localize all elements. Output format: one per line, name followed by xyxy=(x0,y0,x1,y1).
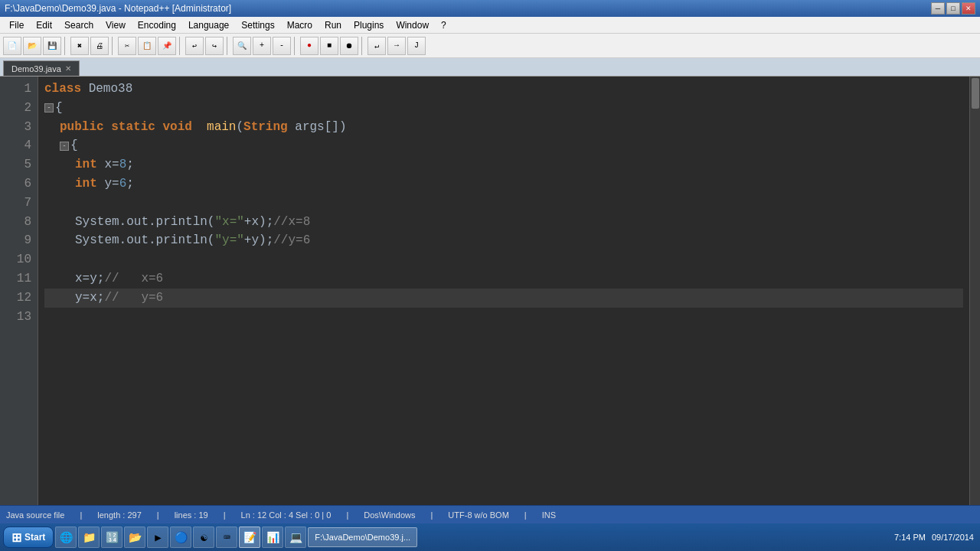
code-line-4: -{ xyxy=(44,136,963,155)
menu-file[interactable]: File xyxy=(3,18,30,32)
taskbar-calculator-icon[interactable]: 🔢 xyxy=(101,527,122,548)
status-sep-5: | xyxy=(430,510,433,520)
menu-plugins[interactable]: Plugins xyxy=(348,18,390,32)
print-button[interactable]: 🖨 xyxy=(90,37,109,55)
maximize-button[interactable]: □ xyxy=(946,2,960,15)
undo-button[interactable]: ↩ xyxy=(185,37,204,55)
macro-record-button[interactable]: ⏺ xyxy=(340,37,358,55)
status-encoding: UTF-8 w/o BOM xyxy=(448,510,508,520)
line-num-8: 8 xyxy=(3,213,31,232)
system-tray: 7:14 PM 09/17/2014 xyxy=(894,533,977,542)
number-8: 8 xyxy=(119,155,127,174)
line-num-13: 13 xyxy=(3,308,31,327)
string-y: "y=" xyxy=(214,231,243,250)
code-line-9: System.out.println("y="+y);//y=6 xyxy=(44,231,963,250)
line-num-11: 11 xyxy=(3,269,31,289)
fold-marker-2[interactable]: - xyxy=(44,103,54,112)
window-controls: ─ □ ✕ xyxy=(931,2,975,15)
status-sep-2: | xyxy=(157,510,159,520)
code-area[interactable]: class Demo38 -{ public static void main(… xyxy=(38,77,969,505)
save-file-button[interactable]: 💾 xyxy=(43,37,61,55)
editor-container: 1 2 3 4 5 6 7 8 9 10 11 12 13 class Demo… xyxy=(0,77,980,505)
line-num-6: 6 xyxy=(3,174,31,194)
status-filetype: Java source file xyxy=(6,510,64,520)
menu-search[interactable]: Search xyxy=(58,18,100,32)
code-line-2: -{ xyxy=(44,99,963,118)
comment-x8: //x=8 xyxy=(273,213,310,232)
start-button[interactable]: ⊞ Start xyxy=(3,527,54,548)
zoom-out-button[interactable]: - xyxy=(273,37,291,55)
toolbar-separator-4 xyxy=(227,37,230,55)
toolbar: 📄 📂 💾 ✖ 🖨 ✂ 📋 📌 ↩ ↪ 🔍 + - ● ■ ⏺ ↵ → J xyxy=(0,34,980,58)
line-num-5: 5 xyxy=(3,155,31,174)
stop-button[interactable]: ■ xyxy=(320,37,338,55)
taskbar-ie-icon[interactable]: 🌐 xyxy=(55,527,77,548)
taskbar-explorer-icon[interactable]: 📂 xyxy=(124,527,145,548)
taskbar-notepad-task[interactable]: F:\JavaDemo\Demo39.j... xyxy=(308,527,417,547)
system-out-8: System.out.println( xyxy=(75,213,214,232)
lang-button[interactable]: J xyxy=(407,37,426,55)
editor-tab[interactable]: Demo39.java ✕ xyxy=(3,60,80,76)
tab-filename: Demo39.java xyxy=(11,64,61,73)
code-line-5: int x=8; xyxy=(44,155,963,174)
taskbar-terminal-icon[interactable]: ⌨ xyxy=(216,527,237,548)
line-num-7: 7 xyxy=(3,194,31,213)
scrollbar-thumb[interactable] xyxy=(972,78,979,109)
fold-marker-4[interactable]: - xyxy=(60,142,69,151)
menu-view[interactable]: View xyxy=(100,18,132,32)
minimize-button[interactable]: ─ xyxy=(931,2,945,15)
line-numbers-gutter: 1 2 3 4 5 6 7 8 9 10 11 12 13 xyxy=(0,77,38,505)
window-title: F:\JavaDemo\Demo39.java - Notepad++ [Adm… xyxy=(5,3,231,14)
code-line-1: class Demo38 xyxy=(44,80,963,99)
number-6: 6 xyxy=(119,174,127,194)
status-lines: lines : 19 xyxy=(175,510,208,520)
taskbar-cmd-icon[interactable]: 💻 xyxy=(285,527,306,548)
taskbar-player-icon[interactable]: ▶ xyxy=(147,527,168,548)
menu-macro[interactable]: Macro xyxy=(281,18,318,32)
vertical-scrollbar[interactable] xyxy=(969,77,980,505)
indent-button[interactable]: → xyxy=(387,37,406,55)
close-file-button[interactable]: ✖ xyxy=(70,37,89,55)
taskbar-notepad-active[interactable]: 📝 xyxy=(239,527,260,548)
run-button[interactable]: ● xyxy=(300,37,318,55)
paste-button[interactable]: 📌 xyxy=(158,37,176,55)
open-file-button[interactable]: 📂 xyxy=(23,37,41,55)
line-num-12: 12 xyxy=(3,289,31,308)
status-position: Ln : 12 Col : 4 Sel : 0 | 0 xyxy=(241,510,332,520)
line-num-3: 3 xyxy=(3,118,31,137)
windows-logo-icon: ⊞ xyxy=(11,530,21,545)
menu-settings[interactable]: Settings xyxy=(235,18,280,32)
copy-button[interactable]: 📋 xyxy=(138,37,156,55)
menu-help[interactable]: ? xyxy=(435,18,452,32)
notepad-task-label: F:\JavaDemo\Demo39.j... xyxy=(315,533,410,542)
new-file-button[interactable]: 📄 xyxy=(3,37,21,55)
taskbar-office-icon[interactable]: 📊 xyxy=(262,527,283,548)
menu-encoding[interactable]: Encoding xyxy=(132,18,182,32)
zoom-in-button[interactable]: + xyxy=(253,37,271,55)
menu-run[interactable]: Run xyxy=(318,18,348,32)
menu-edit[interactable]: Edit xyxy=(30,18,58,32)
menu-language[interactable]: Language xyxy=(182,18,235,32)
tab-close-button[interactable]: ✕ xyxy=(65,64,71,73)
cut-button[interactable]: ✂ xyxy=(118,37,136,55)
method-main: main xyxy=(207,118,236,137)
comment-y6: //y=6 xyxy=(273,231,310,250)
taskbar-chrome-icon[interactable]: 🔵 xyxy=(170,527,191,548)
start-label: Start xyxy=(24,532,45,543)
keyword-int-6: int xyxy=(75,174,97,194)
status-ins: INS xyxy=(542,510,556,520)
taskbar-eclipse-icon[interactable]: ☯ xyxy=(193,527,214,548)
menu-window[interactable]: Window xyxy=(390,18,435,32)
assign-x-11: x=y; xyxy=(75,269,104,289)
redo-button[interactable]: ↪ xyxy=(205,37,224,55)
wrap-button[interactable]: ↵ xyxy=(368,37,386,55)
code-line-11: x=y;// x=6 xyxy=(44,269,963,289)
keyword-class: class xyxy=(44,80,81,99)
taskbar-folder-icon[interactable]: 📁 xyxy=(78,527,100,548)
titlebar: F:\JavaDemo\Demo39.java - Notepad++ [Adm… xyxy=(0,0,980,17)
line-num-4: 4 xyxy=(3,136,31,155)
line-num-9: 9 xyxy=(3,231,31,250)
find-button[interactable]: 🔍 xyxy=(233,37,251,55)
close-button[interactable]: ✕ xyxy=(962,2,975,15)
code-line-10 xyxy=(44,250,963,269)
